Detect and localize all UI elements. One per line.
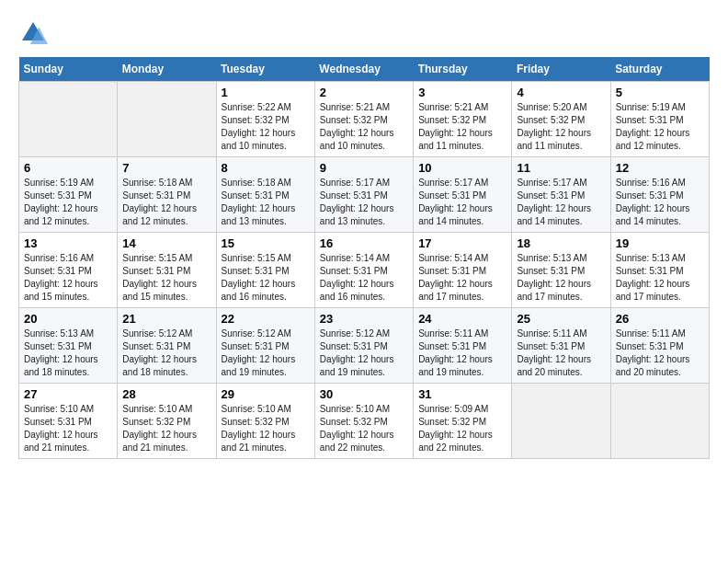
calendar-cell: 18Sunrise: 5:13 AMSunset: 5:31 PMDayligh… <box>512 233 610 308</box>
day-number: 18 <box>517 236 605 250</box>
cell-content: Sunrise: 5:13 AMSunset: 5:31 PMDaylight:… <box>517 252 605 304</box>
cell-content: Sunrise: 5:20 AMSunset: 5:32 PMDaylight:… <box>517 101 605 153</box>
cell-content: Sunrise: 5:13 AMSunset: 5:31 PMDaylight:… <box>616 252 704 304</box>
cell-content: Sunrise: 5:10 AMSunset: 5:32 PMDaylight:… <box>122 403 210 454</box>
calendar-cell: 12Sunrise: 5:16 AMSunset: 5:31 PMDayligh… <box>610 157 709 233</box>
calendar-cell <box>19 82 118 157</box>
calendar-cell: 10Sunrise: 5:17 AMSunset: 5:31 PMDayligh… <box>414 157 512 233</box>
calendar-cell: 11Sunrise: 5:17 AMSunset: 5:31 PMDayligh… <box>512 157 610 233</box>
day-header-wednesday: Wednesday <box>314 57 413 82</box>
calendar-cell: 14Sunrise: 5:15 AMSunset: 5:31 PMDayligh… <box>118 233 216 308</box>
day-number: 2 <box>320 86 408 99</box>
calendar-cell <box>118 82 216 157</box>
day-number: 25 <box>517 312 605 326</box>
cell-content: Sunrise: 5:13 AMSunset: 5:31 PMDaylight:… <box>24 327 112 379</box>
cell-content: Sunrise: 5:14 AMSunset: 5:31 PMDaylight:… <box>320 252 408 304</box>
calendar-cell: 31Sunrise: 5:09 AMSunset: 5:32 PMDayligh… <box>414 384 512 459</box>
day-number: 19 <box>616 236 704 250</box>
day-number: 16 <box>320 236 408 250</box>
day-number: 22 <box>222 312 310 326</box>
cell-content: Sunrise: 5:14 AMSunset: 5:31 PMDaylight:… <box>418 252 506 304</box>
calendar-cell: 25Sunrise: 5:11 AMSunset: 5:31 PMDayligh… <box>512 308 610 384</box>
day-number: 9 <box>320 161 408 175</box>
cell-content: Sunrise: 5:16 AMSunset: 5:31 PMDaylight:… <box>24 252 112 304</box>
cell-content: Sunrise: 5:18 AMSunset: 5:31 PMDaylight:… <box>222 177 310 228</box>
calendar-cell: 28Sunrise: 5:10 AMSunset: 5:32 PMDayligh… <box>118 384 216 459</box>
calendar-table: SundayMondayTuesdayWednesdayThursdayFrid… <box>18 57 710 459</box>
day-number: 13 <box>24 236 112 250</box>
day-number: 24 <box>418 312 506 326</box>
calendar-cell <box>512 384 610 459</box>
calendar-cell: 23Sunrise: 5:12 AMSunset: 5:31 PMDayligh… <box>314 308 413 384</box>
cell-content: Sunrise: 5:12 AMSunset: 5:31 PMDaylight:… <box>222 327 310 379</box>
cell-content: Sunrise: 5:12 AMSunset: 5:31 PMDaylight:… <box>122 327 210 379</box>
day-header-monday: Monday <box>118 57 216 82</box>
day-number: 17 <box>418 236 506 250</box>
cell-content: Sunrise: 5:22 AMSunset: 5:32 PMDaylight:… <box>222 101 310 153</box>
cell-content: Sunrise: 5:16 AMSunset: 5:31 PMDaylight:… <box>616 177 704 228</box>
day-number: 12 <box>616 161 704 175</box>
day-number: 26 <box>616 312 704 326</box>
day-number: 5 <box>616 86 704 99</box>
day-number: 20 <box>24 312 112 326</box>
cell-content: Sunrise: 5:09 AMSunset: 5:32 PMDaylight:… <box>418 403 506 454</box>
cell-content: Sunrise: 5:12 AMSunset: 5:31 PMDaylight:… <box>320 327 408 379</box>
cell-content: Sunrise: 5:15 AMSunset: 5:31 PMDaylight:… <box>222 252 310 304</box>
cell-content: Sunrise: 5:11 AMSunset: 5:31 PMDaylight:… <box>616 327 704 379</box>
cell-content: Sunrise: 5:21 AMSunset: 5:32 PMDaylight:… <box>320 101 408 153</box>
calendar-cell: 1Sunrise: 5:22 AMSunset: 5:32 PMDaylight… <box>216 82 314 157</box>
cell-content: Sunrise: 5:10 AMSunset: 5:32 PMDaylight:… <box>320 403 408 454</box>
day-number: 7 <box>122 161 210 175</box>
cell-content: Sunrise: 5:10 AMSunset: 5:32 PMDaylight:… <box>222 403 310 454</box>
day-number: 23 <box>320 312 408 326</box>
cell-content: Sunrise: 5:10 AMSunset: 5:31 PMDaylight:… <box>24 403 112 454</box>
day-number: 3 <box>418 86 506 99</box>
calendar-cell: 5Sunrise: 5:19 AMSunset: 5:31 PMDaylight… <box>610 82 709 157</box>
calendar-week-2: 6Sunrise: 5:19 AMSunset: 5:31 PMDaylight… <box>19 157 710 233</box>
calendar-cell: 8Sunrise: 5:18 AMSunset: 5:31 PMDaylight… <box>216 157 314 233</box>
day-number: 27 <box>24 387 112 401</box>
cell-content: Sunrise: 5:17 AMSunset: 5:31 PMDaylight:… <box>418 177 506 228</box>
calendar-cell: 9Sunrise: 5:17 AMSunset: 5:31 PMDaylight… <box>314 157 413 233</box>
cell-content: Sunrise: 5:21 AMSunset: 5:32 PMDaylight:… <box>418 101 506 153</box>
calendar-cell: 15Sunrise: 5:15 AMSunset: 5:31 PMDayligh… <box>216 233 314 308</box>
day-number: 29 <box>222 387 310 401</box>
logo-icon <box>18 18 48 48</box>
day-header-saturday: Saturday <box>610 57 709 82</box>
calendar-cell: 24Sunrise: 5:11 AMSunset: 5:31 PMDayligh… <box>414 308 512 384</box>
calendar-cell: 3Sunrise: 5:21 AMSunset: 5:32 PMDaylight… <box>414 82 512 157</box>
calendar-cell: 22Sunrise: 5:12 AMSunset: 5:31 PMDayligh… <box>216 308 314 384</box>
calendar-cell: 29Sunrise: 5:10 AMSunset: 5:32 PMDayligh… <box>216 384 314 459</box>
calendar-cell: 13Sunrise: 5:16 AMSunset: 5:31 PMDayligh… <box>19 233 118 308</box>
calendar-cell: 2Sunrise: 5:21 AMSunset: 5:32 PMDaylight… <box>314 82 413 157</box>
calendar-cell: 4Sunrise: 5:20 AMSunset: 5:32 PMDaylight… <box>512 82 610 157</box>
calendar-header-row: SundayMondayTuesdayWednesdayThursdayFrid… <box>19 57 710 82</box>
calendar-cell: 30Sunrise: 5:10 AMSunset: 5:32 PMDayligh… <box>314 384 413 459</box>
calendar-cell: 17Sunrise: 5:14 AMSunset: 5:31 PMDayligh… <box>414 233 512 308</box>
day-number: 4 <box>517 86 605 99</box>
calendar-cell: 16Sunrise: 5:14 AMSunset: 5:31 PMDayligh… <box>314 233 413 308</box>
day-header-friday: Friday <box>512 57 610 82</box>
cell-content: Sunrise: 5:11 AMSunset: 5:31 PMDaylight:… <box>517 327 605 379</box>
day-number: 15 <box>222 236 310 250</box>
cell-content: Sunrise: 5:19 AMSunset: 5:31 PMDaylight:… <box>24 177 112 228</box>
day-number: 6 <box>24 161 112 175</box>
calendar-cell: 7Sunrise: 5:18 AMSunset: 5:31 PMDaylight… <box>118 157 216 233</box>
logo <box>18 18 51 48</box>
day-number: 1 <box>222 86 310 99</box>
calendar-cell: 26Sunrise: 5:11 AMSunset: 5:31 PMDayligh… <box>610 308 709 384</box>
calendar-cell: 27Sunrise: 5:10 AMSunset: 5:31 PMDayligh… <box>19 384 118 459</box>
cell-content: Sunrise: 5:17 AMSunset: 5:31 PMDaylight:… <box>517 177 605 228</box>
day-number: 8 <box>222 161 310 175</box>
calendar-cell: 19Sunrise: 5:13 AMSunset: 5:31 PMDayligh… <box>610 233 709 308</box>
cell-content: Sunrise: 5:11 AMSunset: 5:31 PMDaylight:… <box>418 327 506 379</box>
day-header-thursday: Thursday <box>414 57 512 82</box>
calendar-week-5: 27Sunrise: 5:10 AMSunset: 5:31 PMDayligh… <box>19 384 710 459</box>
day-number: 11 <box>517 161 605 175</box>
calendar-week-4: 20Sunrise: 5:13 AMSunset: 5:31 PMDayligh… <box>19 308 710 384</box>
calendar-week-3: 13Sunrise: 5:16 AMSunset: 5:31 PMDayligh… <box>19 233 710 308</box>
day-number: 28 <box>122 387 210 401</box>
cell-content: Sunrise: 5:15 AMSunset: 5:31 PMDaylight:… <box>122 252 210 304</box>
cell-content: Sunrise: 5:17 AMSunset: 5:31 PMDaylight:… <box>320 177 408 228</box>
day-header-tuesday: Tuesday <box>216 57 314 82</box>
